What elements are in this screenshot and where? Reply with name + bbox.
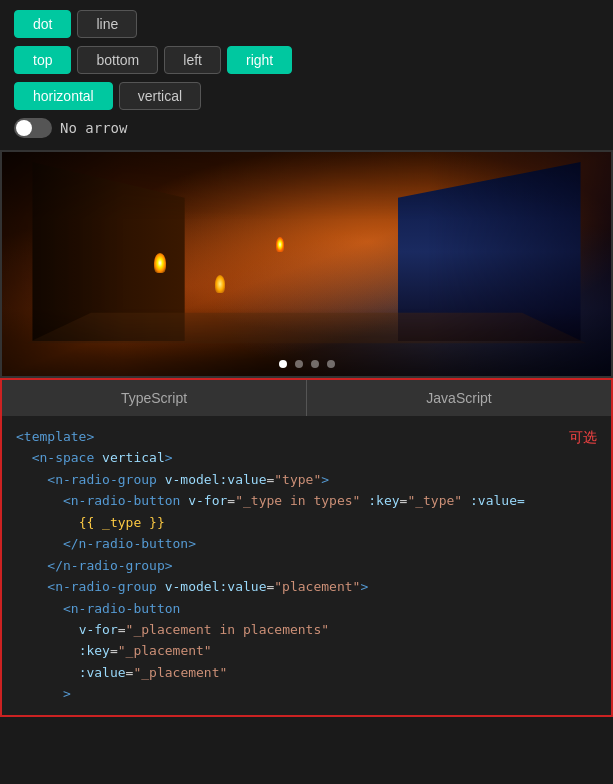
carousel-image	[2, 152, 611, 376]
carousel-dots	[279, 360, 335, 368]
no-arrow-row: No arrow	[14, 118, 599, 138]
code-line-4: <n-radio-button v-for="_type in types" :…	[16, 490, 597, 511]
code-line-12: :value="_placement"	[16, 662, 597, 683]
code-line-6: </n-radio-button>	[16, 533, 597, 554]
code-body: 可选 <template> <n-space vertical> <n-radi…	[2, 416, 611, 715]
code-line-7: </n-radio-group>	[16, 555, 597, 576]
no-arrow-label: No arrow	[60, 120, 127, 136]
btn-right[interactable]: right	[227, 46, 292, 74]
direction-button-group: horizontal vertical	[14, 82, 599, 110]
optional-label: 可选	[569, 426, 597, 449]
btn-line[interactable]: line	[77, 10, 137, 38]
code-line-9: <n-radio-button	[16, 598, 597, 619]
placement-button-group: top bottom left right	[14, 46, 599, 74]
code-line-3: <n-radio-group v-model:value="type">	[16, 469, 597, 490]
toggle-knob	[16, 120, 32, 136]
dot-1[interactable]	[279, 360, 287, 368]
btn-dot[interactable]: dot	[14, 10, 71, 38]
btn-bottom[interactable]: bottom	[77, 46, 158, 74]
btn-vertical[interactable]: vertical	[119, 82, 201, 110]
tab-javascript[interactable]: JavaScript	[307, 380, 611, 416]
controls-section: dot line top bottom left right horizonta…	[0, 0, 613, 146]
code-line-5: {{ _type }}	[16, 512, 597, 533]
btn-top[interactable]: top	[14, 46, 71, 74]
code-line-13: >	[16, 683, 597, 704]
code-line-1: <template>	[16, 426, 597, 447]
type-button-group: dot line	[14, 10, 599, 38]
room-overlay	[2, 152, 611, 376]
code-line-2: <n-space vertical>	[16, 447, 597, 468]
carousel-area	[0, 150, 613, 378]
tab-typescript[interactable]: TypeScript	[2, 380, 307, 416]
code-line-8: <n-radio-group v-model:value="placement"…	[16, 576, 597, 597]
btn-horizontal[interactable]: horizontal	[14, 82, 113, 110]
tabs-bar: TypeScript JavaScript	[2, 380, 611, 416]
btn-left[interactable]: left	[164, 46, 221, 74]
dot-3[interactable]	[311, 360, 319, 368]
code-section: TypeScript JavaScript 可选 <template> <n-s…	[0, 378, 613, 717]
code-line-11: :key="_placement"	[16, 640, 597, 661]
dot-4[interactable]	[327, 360, 335, 368]
no-arrow-toggle[interactable]	[14, 118, 52, 138]
code-line-10: v-for="_placement in placements"	[16, 619, 597, 640]
dot-2[interactable]	[295, 360, 303, 368]
